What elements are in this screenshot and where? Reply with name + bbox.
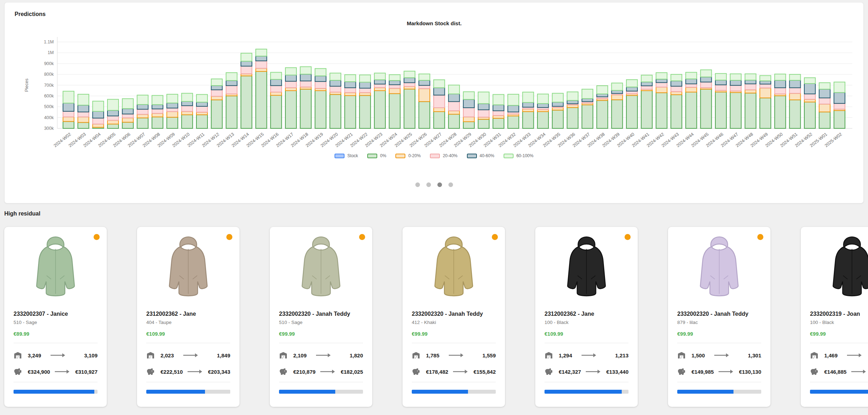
- bar-segment-60-100%[interactable]: [715, 74, 726, 80]
- bar-segment-20-40%[interactable]: [789, 88, 800, 94]
- bar-segment-40-60%[interactable]: [374, 80, 385, 84]
- bar-segment-0-20%[interactable]: [78, 117, 89, 122]
- bar-segment-20-40%[interactable]: [730, 85, 741, 91]
- bar-segment-40-60%[interactable]: [597, 94, 608, 97]
- bar-segment-0%[interactable]: [374, 91, 385, 128]
- bar-segment-40-60%[interactable]: [315, 76, 326, 81]
- bar-segment-40-60%[interactable]: [285, 75, 296, 81]
- bar-segment-40-60%[interactable]: [78, 105, 89, 112]
- bar-segment-0-20%[interactable]: [285, 88, 296, 91]
- bar-segment-20-40%[interactable]: [745, 84, 756, 90]
- carousel-dot[interactable]: [415, 182, 420, 187]
- bar-segment-60-100%[interactable]: [434, 80, 445, 87]
- bar-segment-40-60%[interactable]: [93, 111, 104, 118]
- stacked-bar[interactable]: [775, 74, 786, 128]
- product-card[interactable]: 2332002319 - Joan 100 - Black €99.99 1,4…: [801, 227, 868, 407]
- bar-segment-60-100%[interactable]: [760, 75, 771, 81]
- bar-segment-40-60%[interactable]: [196, 102, 207, 106]
- carousel-dot-active[interactable]: [437, 182, 442, 187]
- bar-segment-20-40%[interactable]: [211, 90, 222, 96]
- stacked-bar[interactable]: [270, 72, 282, 128]
- bar-segment-0-20%[interactable]: [404, 86, 415, 89]
- stacked-bar[interactable]: [300, 67, 311, 128]
- legend-item-0-20%[interactable]: 0-20%: [395, 153, 421, 158]
- bar-segment-20-40%[interactable]: [315, 81, 326, 88]
- bar-segment-60-100%[interactable]: [256, 49, 267, 56]
- bar-segment-0-20%[interactable]: [463, 117, 474, 122]
- bar-segment-20-40%[interactable]: [448, 102, 459, 111]
- stacked-bar[interactable]: [256, 49, 267, 128]
- bar-segment-0%[interactable]: [270, 95, 282, 128]
- bar-segment-60-100%[interactable]: [671, 74, 682, 81]
- bar-segment-60-100%[interactable]: [834, 82, 845, 92]
- stacked-bar[interactable]: [597, 86, 608, 128]
- bar-segment-40-60%[interactable]: [107, 110, 119, 116]
- bar-segment-40-60%[interactable]: [152, 105, 163, 109]
- bar-segment-40-60%[interactable]: [478, 103, 489, 110]
- bar-segment-0-20%[interactable]: [374, 87, 385, 91]
- stacked-bar[interactable]: [745, 74, 756, 128]
- bar-segment-40-60%[interactable]: [804, 84, 815, 94]
- bar-segment-20-40%[interactable]: [270, 86, 282, 92]
- bar-segment-60-100%[interactable]: [63, 91, 74, 103]
- bar-segment-60-100%[interactable]: [330, 73, 341, 80]
- bar-segment-20-40%[interactable]: [478, 110, 489, 117]
- bar-segment-60-100%[interactable]: [107, 99, 119, 110]
- bar-segment-0%[interactable]: [700, 89, 711, 128]
- bar-segment-0-20%[interactable]: [196, 112, 207, 115]
- bar-segment-20-40%[interactable]: [107, 116, 119, 120]
- bar-segment-60-100%[interactable]: [93, 101, 104, 111]
- bar-segment-0-20%[interactable]: [656, 87, 667, 93]
- bar-segment-40-60%[interactable]: [300, 74, 311, 81]
- bar-segment-20-40%[interactable]: [700, 82, 711, 88]
- bar-segment-40-60%[interactable]: [700, 77, 711, 82]
- bar-segment-60-100%[interactable]: [448, 85, 459, 94]
- bar-segment-0%[interactable]: [656, 93, 667, 128]
- stacked-bar[interactable]: [700, 70, 711, 128]
- bar-segment-0%[interactable]: [626, 95, 637, 128]
- stacked-bar[interactable]: [63, 91, 74, 128]
- carousel-dot[interactable]: [426, 182, 431, 187]
- bar-segment-60-100%[interactable]: [804, 78, 815, 84]
- bar-segment-60-100%[interactable]: [345, 75, 356, 82]
- bar-segment-0%[interactable]: [611, 100, 622, 128]
- bar-segment-40-60%[interactable]: [715, 80, 726, 85]
- bar-segment-40-60%[interactable]: [582, 99, 593, 102]
- stacked-bar[interactable]: [819, 83, 830, 128]
- stacked-bar[interactable]: [804, 78, 815, 128]
- bar-segment-40-60%[interactable]: [611, 90, 622, 94]
- stacked-bar[interactable]: [656, 73, 667, 128]
- stacked-bar[interactable]: [196, 95, 207, 128]
- bar-segment-60-100%[interactable]: [597, 86, 608, 94]
- bar-segment-20-40%[interactable]: [656, 83, 667, 87]
- bar-segment-0%[interactable]: [78, 122, 89, 128]
- bar-segment-20-40%[interactable]: [167, 108, 178, 112]
- stacked-bar[interactable]: [493, 95, 504, 128]
- bar-segment-60-100%[interactable]: [730, 74, 741, 80]
- bar-segment-60-100%[interactable]: [478, 92, 489, 104]
- bar-segment-0-20%[interactable]: [389, 88, 400, 94]
- bar-segment-0%[interactable]: [819, 112, 830, 128]
- bar-segment-0-20%[interactable]: [419, 89, 430, 101]
- bar-segment-60-100%[interactable]: [508, 94, 519, 105]
- carousel-dot[interactable]: [448, 182, 453, 187]
- bar-segment-0%[interactable]: [152, 117, 163, 128]
- bar-segment-40-60%[interactable]: [641, 82, 652, 86]
- stacked-bar[interactable]: [522, 92, 533, 128]
- bar-segment-20-40%[interactable]: [63, 111, 74, 117]
- bar-segment-0-20%[interactable]: [804, 99, 815, 102]
- bar-segment-20-40%[interactable]: [775, 88, 786, 94]
- stacked-bar[interactable]: [182, 93, 193, 128]
- bar-segment-0-20%[interactable]: [152, 113, 163, 117]
- bar-segment-0%[interactable]: [419, 102, 430, 128]
- stacked-bar[interactable]: [330, 73, 341, 128]
- stacked-bar[interactable]: [715, 74, 726, 128]
- bar-segment-60-100%[interactable]: [196, 95, 207, 102]
- bar-segment-0%[interactable]: [300, 89, 311, 128]
- stacked-bar[interactable]: [478, 92, 489, 128]
- stacked-bar[interactable]: [78, 94, 89, 128]
- bar-segment-20-40%[interactable]: [196, 106, 207, 112]
- product-card[interactable]: 2332002320 - Janah Teddy 412 - Khaki €99…: [403, 227, 505, 407]
- bar-segment-40-60%[interactable]: [330, 80, 341, 86]
- bar-segment-0%[interactable]: [315, 91, 326, 128]
